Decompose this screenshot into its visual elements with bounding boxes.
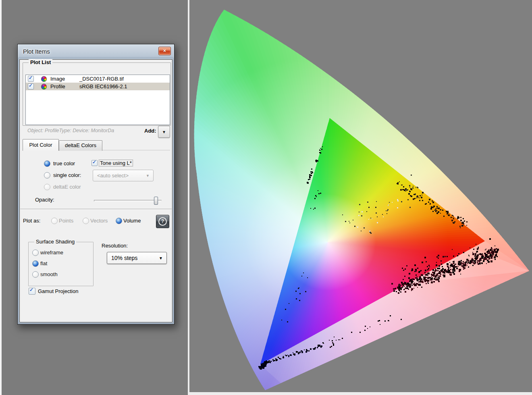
add-dropdown-button[interactable]: ▼ <box>158 126 170 138</box>
true-color-label: true color <box>53 160 75 166</box>
close-icon: × <box>163 48 166 54</box>
tone-using-l-checkbox[interactable] <box>91 160 98 166</box>
resolution-select[interactable]: 10% steps ▼ <box>107 252 167 264</box>
deltae-color-radio[interactable] <box>44 184 50 190</box>
item-visible-checkbox[interactable] <box>28 83 34 89</box>
item-name: sRGB IEC61966-2.1 <box>79 83 127 89</box>
section-divider <box>20 209 172 209</box>
tab-plot-color[interactable]: Plot Color <box>23 139 59 151</box>
single-color-label: single color: <box>53 172 81 178</box>
single-color-select[interactable]: <auto select> ▼ <box>93 170 154 181</box>
plot-as-volume-radio[interactable] <box>116 218 122 224</box>
tone-using-l-label[interactable]: Tone using L* <box>99 160 133 166</box>
viewer-bottom-edge <box>189 392 532 393</box>
help-icon: ? <box>158 217 167 226</box>
tab-label: Plot Color <box>29 142 52 148</box>
item-visible-checkbox[interactable] <box>28 76 34 82</box>
item-type: Profile <box>50 83 79 89</box>
resolution-label: Resolution: <box>102 243 128 249</box>
smooth-radio[interactable] <box>32 271 39 278</box>
color-wheel-icon <box>42 84 46 89</box>
wireframe-label: wireframe <box>40 249 63 256</box>
true-color-radio[interactable] <box>44 160 50 167</box>
wireframe-radio[interactable] <box>32 249 39 256</box>
gamut-viewer-pane <box>188 0 532 395</box>
gamut-3d-view-canvas[interactable] <box>189 0 532 392</box>
smooth-label: smooth <box>40 271 58 277</box>
chevron-down-icon: ▼ <box>162 130 166 134</box>
tab-label: deltaE Colors <box>65 142 96 148</box>
plot-as-volume-label: Volume <box>123 218 141 224</box>
help-button[interactable]: ? <box>156 215 169 228</box>
plot-as-points-label: Points <box>59 218 73 224</box>
add-label: Add: <box>144 128 156 134</box>
surface-shading-label: Surface Shading <box>34 239 76 245</box>
opacity-slider-thumb[interactable] <box>154 197 158 205</box>
plot-list-group-label: Plot List <box>29 59 52 65</box>
resolution-value: 10% steps <box>111 255 159 261</box>
plot-as-vectors-radio[interactable] <box>83 218 89 224</box>
plot-as-label: Plot as: <box>23 218 40 224</box>
plot-as-points-radio[interactable] <box>51 218 58 224</box>
color-wheel-icon <box>42 77 46 81</box>
dialog-client-area: Plot List Image _DSC0017-RGB.tif Profile… <box>19 59 172 322</box>
single-color-radio[interactable] <box>44 172 50 179</box>
plot-list[interactable]: Image _DSC0017-RGB.tif Profile sRGB IEC6… <box>25 75 170 125</box>
gamut-projection-label: Gamut Projection <box>38 288 78 294</box>
item-name: _DSC0017-RGB.tif <box>79 76 124 82</box>
plot-items-dialog: Plot Items × Plot List Image _DSC0017-RG… <box>17 44 175 324</box>
tab-deltae-colors[interactable]: deltaE Colors <box>59 140 102 151</box>
gamut-3d-viewport[interactable] <box>189 0 532 392</box>
deltae-color-label: deltaE color <box>53 184 81 190</box>
plot-as-vectors-label: Vectors <box>90 218 108 224</box>
dialog-title: Plot Items <box>23 48 50 55</box>
close-button[interactable]: × <box>158 47 171 55</box>
opacity-slider-track[interactable] <box>94 200 162 202</box>
selected-item-status: Object: ProfileType: Device: MonitorDa <box>27 128 114 133</box>
opacity-label: Opacity: <box>35 197 54 203</box>
chevron-down-icon: ▼ <box>159 256 163 260</box>
flat-label: flat <box>40 260 47 266</box>
pane-divider <box>0 0 2 395</box>
list-item-profile[interactable]: Profile sRGB IEC61966-2.1 <box>26 83 170 90</box>
surface-shading-group: Surface Shading wireframe flat smooth <box>28 242 94 286</box>
gamut-projection-checkbox[interactable] <box>29 288 35 295</box>
single-color-value: <auto select> <box>97 173 146 179</box>
list-item-image[interactable]: Image _DSC0017-RGB.tif <box>26 75 170 83</box>
item-type: Image <box>50 76 79 82</box>
chevron-down-icon: ▼ <box>146 174 150 178</box>
flat-radio[interactable] <box>32 260 39 267</box>
dialog-titlebar[interactable]: Plot Items × <box>18 44 174 59</box>
app-root: { "window": { "title": "Plot Items", "cl… <box>0 0 532 395</box>
